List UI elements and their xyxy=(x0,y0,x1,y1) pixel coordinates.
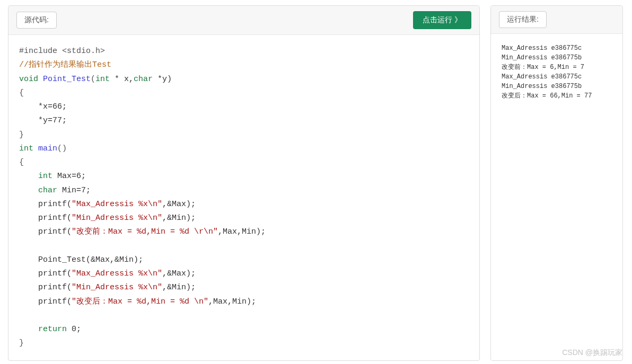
code-str6: "改变后：Max = %d,Min = %d \n" xyxy=(72,297,208,306)
main-container: 源代码: 点击运行 》 #include <stdio.h> //指针作为结果输… xyxy=(0,0,632,364)
code-end3: ,Max,Min); xyxy=(218,227,266,236)
code-str3: "改变前：Max = %d,Min = %d \r\n" xyxy=(72,227,218,236)
code-end2: ,&Min); xyxy=(162,214,196,223)
code-int: int xyxy=(95,75,110,84)
code-editor[interactable]: #include <stdio.h> //指针作为结果输出Test void P… xyxy=(8,35,479,360)
result-label: 运行结果: xyxy=(499,11,547,28)
code-y77: *y=77; xyxy=(19,116,67,125)
code-funcname: Point_Test xyxy=(38,75,91,84)
code-str2: "Min_Adressis %x\n" xyxy=(72,214,162,223)
code-int-max: int xyxy=(19,172,52,181)
code-char: char xyxy=(134,75,153,84)
code-comment: //指针作为结果输出Test xyxy=(19,60,111,69)
source-code-label: 源代码: xyxy=(16,12,57,29)
code-main: main xyxy=(33,144,57,153)
code-return: return xyxy=(19,325,67,334)
code-printf4: printf( xyxy=(19,269,72,278)
code-str4: "Max_Adressis %x\n" xyxy=(72,269,162,278)
code-zero: 0; xyxy=(67,325,81,334)
result-panel-header: 运行结果: xyxy=(491,6,622,34)
code-void: void xyxy=(19,75,38,84)
code-printf3: printf( xyxy=(19,227,72,236)
code-brace-close: } xyxy=(19,130,24,139)
source-panel-header: 源代码: 点击运行 》 xyxy=(8,6,479,35)
code-printf2: printf( xyxy=(19,214,72,223)
code-x66: *x=66; xyxy=(19,102,67,111)
code-end5: ,&Min); xyxy=(162,283,196,292)
code-include: #include <stdio.h> xyxy=(19,47,105,56)
code-final-brace: } xyxy=(19,339,24,348)
code-brace-open: { xyxy=(19,88,24,97)
code-main-paren: () xyxy=(57,144,67,153)
code-end6: ,Max,Min); xyxy=(208,297,256,306)
code-paren: ( xyxy=(91,75,95,84)
code-printf1: printf( xyxy=(19,200,72,209)
code-main-brace: { xyxy=(19,158,24,167)
code-max6: Max=6; xyxy=(52,172,86,181)
code-end4: ,&Max); xyxy=(162,269,196,278)
code-printf6: printf( xyxy=(19,297,72,306)
run-button[interactable]: 点击运行 》 xyxy=(413,11,471,29)
source-panel: 源代码: 点击运行 》 #include <stdio.h> //指针作为结果输… xyxy=(8,5,480,361)
result-panel: 运行结果: Max_Adressis e386775c Min_Adressis… xyxy=(490,5,623,361)
code-str5: "Min_Adressis %x\n" xyxy=(72,283,162,292)
code-call: Point_Test(&Max,&Min); xyxy=(19,255,143,264)
code-end1: ,&Max); xyxy=(162,200,196,209)
code-int-main: int xyxy=(19,144,33,153)
code-char-min: char xyxy=(19,186,57,195)
code-param-x: * x, xyxy=(110,75,134,84)
watermark: CSDN @换踢玩家 xyxy=(562,348,622,358)
code-str1: "Max_Adressis %x\n" xyxy=(72,200,162,209)
code-param-y: *y) xyxy=(153,75,172,84)
output-area: Max_Adressis e386775c Min_Adressis e3867… xyxy=(491,34,622,110)
code-printf5: printf( xyxy=(19,283,72,292)
code-min7: Min=7; xyxy=(57,186,91,195)
